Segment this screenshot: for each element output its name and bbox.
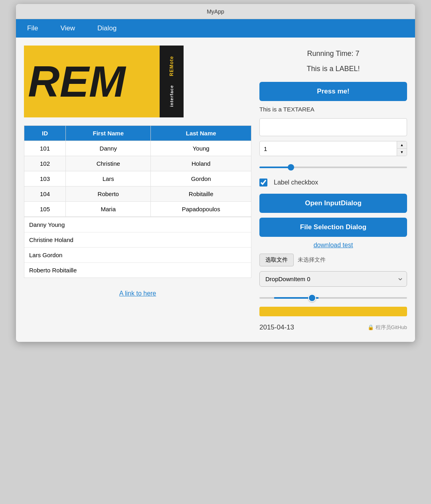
- cell-first: Maria: [66, 202, 151, 217]
- slider2-container: [259, 292, 407, 302]
- open-input-dialog-button[interactable]: Open InputDialog: [259, 194, 407, 213]
- cell-last: Gordon: [151, 171, 251, 187]
- list-item: Christine Holand: [24, 232, 251, 248]
- logo: R E M REMote interface: [24, 46, 184, 117]
- textarea-label: This is a TEXTAREA: [259, 106, 407, 113]
- link-container: A link to here: [24, 290, 251, 297]
- spinner-down[interactable]: ▼: [397, 149, 407, 156]
- cell-last: Robitaille: [151, 187, 251, 202]
- cell-first: Lars: [66, 171, 151, 187]
- cell-id: 104: [24, 187, 66, 202]
- list-item: Danny Young: [24, 217, 251, 232]
- main-link[interactable]: A link to here: [119, 290, 156, 297]
- col-header-id: ID: [24, 126, 66, 141]
- file-chooser-row: 选取文件 未选择文件: [259, 254, 407, 266]
- table-row: 101 Danny Young: [24, 141, 251, 156]
- spinner-container: ▲ ▼: [259, 141, 407, 156]
- list-item: Roberto Robitaille: [24, 263, 251, 278]
- menu-file[interactable]: File: [24, 23, 41, 34]
- logo-e: E: [59, 60, 89, 103]
- cell-id: 103: [24, 171, 66, 187]
- cell-last: Papadopoulos: [151, 202, 251, 217]
- col-header-lastname: Last Name: [151, 126, 251, 141]
- download-link: download test: [259, 242, 407, 249]
- right-panel: Running Time: 7 This is a LABEL! Press m…: [259, 46, 407, 334]
- table-row: 103 Lars Gordon: [24, 171, 251, 187]
- dropdown-select[interactable]: DropDownItem 0DropDownItem 1DropDownItem…: [259, 271, 407, 287]
- checkbox-label: Label checkbox: [274, 179, 318, 186]
- menu-view[interactable]: View: [57, 23, 78, 34]
- cell-first: Christine: [66, 156, 151, 171]
- title-bar: MyApp: [16, 4, 415, 19]
- cell-first: Danny: [66, 141, 151, 156]
- file-choose-button[interactable]: 选取文件: [259, 254, 294, 266]
- press-me-button[interactable]: Press me!: [259, 82, 407, 101]
- logo-remote-text: REMote: [169, 56, 174, 76]
- table-row: 102 Christine Holand: [24, 156, 251, 171]
- cell-id: 105: [24, 202, 66, 217]
- menu-bar: File View Dialog: [16, 19, 415, 38]
- table-row: 105 Maria Papadopoulos: [24, 202, 251, 217]
- progress-bar: [259, 307, 407, 316]
- download-anchor[interactable]: download test: [314, 242, 353, 248]
- main-window: MyApp File View Dialog R E M REMote inte: [16, 4, 415, 342]
- date-label: 2015-04-13: [259, 323, 294, 331]
- main-checkbox[interactable]: [259, 179, 267, 187]
- window-title: MyApp: [207, 8, 224, 15]
- logo-interface-text: interface: [169, 85, 174, 107]
- cell-first: Roberto: [66, 187, 151, 202]
- main-textarea[interactable]: [259, 118, 407, 136]
- slider2[interactable]: [259, 297, 407, 299]
- file-no-selection-label: 未选择文件: [298, 256, 326, 264]
- spinner-buttons: ▲ ▼: [397, 141, 407, 156]
- watermark-label: 🔒 程序员GitHub: [368, 324, 407, 331]
- table-row: 104 Roberto Robitaille: [24, 187, 251, 202]
- file-selection-dialog-button[interactable]: File Selection Dialog: [259, 218, 407, 237]
- spinner-up[interactable]: ▲: [397, 141, 407, 149]
- slider1-container: [259, 161, 407, 171]
- running-time-label: Running Time: 7: [259, 50, 407, 58]
- list-item: Lars Gordon: [24, 248, 251, 263]
- menu-dialog[interactable]: Dialog: [94, 23, 120, 34]
- main-label: This is a LABEL!: [259, 65, 407, 73]
- logo-r: R: [28, 60, 59, 103]
- left-panel: R E M REMote interface ID First Name: [24, 46, 251, 334]
- cell-last: Young: [151, 141, 251, 156]
- checkbox-row: Label checkbox: [259, 176, 407, 189]
- logo-letters-area: R E M: [24, 46, 160, 117]
- date-row: 2015-04-13 🔒 程序员GitHub: [259, 321, 407, 334]
- cell-id: 102: [24, 156, 66, 171]
- cell-last: Holand: [151, 156, 251, 171]
- logo-side-panel: REMote interface: [160, 46, 184, 117]
- logo-m: M: [89, 60, 126, 103]
- data-table: ID First Name Last Name 101 Danny Young …: [24, 125, 251, 217]
- slider1[interactable]: [259, 167, 407, 168]
- main-content: R E M REMote interface ID First Name: [16, 38, 415, 342]
- col-header-firstname: First Name: [66, 126, 151, 141]
- spinner-input[interactable]: [260, 142, 397, 155]
- cell-id: 101: [24, 141, 66, 156]
- name-list: Danny YoungChristine HolandLars GordonRo…: [24, 217, 251, 278]
